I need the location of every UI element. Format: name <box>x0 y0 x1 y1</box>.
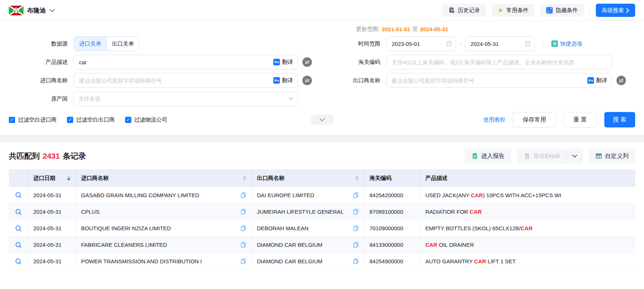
results-table: 进口日期进口商名称出口商名称海关编码产品描述 2024-05-31 GASABO… <box>9 169 635 270</box>
row-exporter-name: JUMEIRAH LIFESTYLE GENERAL <box>257 209 344 215</box>
row-importer-name: CPLUS <box>81 209 100 215</box>
sort-carets-icon[interactable] <box>355 176 359 181</box>
filter-checkbox[interactable]: ✓ 过滤空白出口商 <box>67 116 115 123</box>
exporter-label: 出口商名称 <box>332 77 386 84</box>
copy-icon[interactable] <box>240 242 246 248</box>
table-header-row: 进口日期进口商名称出口商名称海关编码产品描述 <box>9 169 635 187</box>
form-footer: ✓ 过滤空白进口商 ✓ 过滤空白出口商 ✓ 过滤物流公司 使用教程 保存常用 重… <box>0 110 644 135</box>
row-hs-code: 70109000000 <box>364 220 420 236</box>
copy-icon[interactable] <box>353 209 359 215</box>
filter-checkbox[interactable]: ✓ 过滤空白进口商 <box>9 116 57 123</box>
column-label: 产品描述 <box>426 175 448 182</box>
filter-checkbox[interactable]: ✓ 过滤物流公司 <box>125 116 167 123</box>
sort-carets-icon[interactable] <box>67 176 71 181</box>
row-hs-code: 84254200000 <box>364 187 420 203</box>
table-row: 2024-05-31 CPLUS JUMEIRAH LIFESTYLE GENE… <box>9 203 635 220</box>
tutorial-link[interactable]: 使用教程 <box>483 116 505 123</box>
report-icon <box>472 153 478 159</box>
column-header-search <box>9 169 28 187</box>
end-date-field[interactable] <box>465 36 535 51</box>
origin-country-select[interactable]: 支持多选 <box>74 91 298 106</box>
importer-input[interactable] <box>78 77 273 84</box>
translate-icon: 中A <box>273 77 280 84</box>
row-product-desc: USED JACK(ANY CAR) 10PCS WITH ACC+15PCS … <box>420 187 635 203</box>
match-count: 2431 <box>43 152 60 160</box>
collapse-form-button[interactable] <box>311 115 334 125</box>
quick-options-link[interactable]: ⌘ 快捷选项 <box>551 40 582 47</box>
data-source-tab[interactable]: 出口关单 <box>106 37 139 51</box>
swap-language-button[interactable]: ⇄ <box>302 57 312 67</box>
chevron-down-icon <box>289 97 293 100</box>
update-range-to-word: 至 <box>412 26 418 33</box>
vertical-divider <box>590 6 590 15</box>
favorites-button[interactable]: ★ 常用条件 <box>492 4 534 17</box>
start-date-field[interactable] <box>386 36 456 51</box>
sort-carets-icon[interactable] <box>243 176 246 181</box>
row-detail-search-icon[interactable] <box>15 191 22 199</box>
reset-button[interactable]: 重 置 <box>563 112 597 127</box>
custom-columns-button[interactable]: 自定义列 <box>589 149 635 163</box>
hide-filters-label: 隐藏条件 <box>556 7 578 14</box>
row-detail-search-icon[interactable] <box>15 258 22 265</box>
search-button[interactable]: 搜 索 <box>604 112 635 127</box>
exporter-input[interactable] <box>391 77 587 84</box>
export-excel-label: 导出Excel <box>533 152 559 160</box>
copy-icon[interactable] <box>240 225 246 231</box>
custom-columns-label: 自定义列 <box>605 152 629 160</box>
copy-icon[interactable] <box>353 242 359 248</box>
export-options-button[interactable] <box>566 149 583 163</box>
copy-icon[interactable] <box>353 192 359 198</box>
importer-label: 进口商名称 <box>9 77 74 84</box>
copy-icon[interactable] <box>240 209 246 215</box>
table-row: 2024-05-31 POWER TRANSMISSION AND DISTRI… <box>9 253 635 270</box>
burundi-flag-icon <box>9 6 24 15</box>
copy-icon[interactable] <box>240 192 246 198</box>
column-header-exporter[interactable]: 出口商名称 <box>252 169 364 187</box>
row-importer-name: POWER TRANSMISSION AND DISTRIBUTION I <box>81 258 202 264</box>
data-source-tab[interactable]: 进口关单 <box>74 37 106 51</box>
row-exporter-name: DIAMOND CAR BELGIUM <box>257 258 323 264</box>
row-import-date: 2024-05-31 <box>28 253 76 270</box>
history-button[interactable]: 历史记录 <box>442 4 486 17</box>
translate-button[interactable]: 中A 翻译 <box>587 77 607 84</box>
row-importer-name: BOUTIQUE INGERI NZIZA LIMITED <box>81 225 171 231</box>
column-header-date[interactable]: 进口日期 <box>28 169 76 187</box>
row-exporter-name: DAI EUROPE LIMITED <box>257 192 314 198</box>
chevron-down-icon <box>50 9 55 12</box>
enter-report-button[interactable]: 进入报告 <box>465 149 511 163</box>
export-excel-button[interactable]: 导出Excel <box>517 149 566 163</box>
row-detail-search-icon[interactable] <box>15 208 22 216</box>
hide-filters-button[interactable]: ↗↙ 隐藏条件 <box>540 4 584 17</box>
column-header-desc: 产品描述 <box>420 169 635 187</box>
start-date-input[interactable] <box>391 40 446 47</box>
hs-code-input[interactable] <box>391 59 607 66</box>
checkbox-checked-icon: ✓ <box>125 117 131 123</box>
row-detail-search-icon[interactable] <box>15 225 22 232</box>
copy-icon[interactable] <box>353 258 359 264</box>
end-date-input[interactable] <box>470 40 525 47</box>
translate-icon: 中A <box>273 59 280 65</box>
column-header-importer[interactable]: 进口商名称 <box>76 169 252 187</box>
row-detail-search-icon[interactable] <box>15 241 22 249</box>
swap-language-button[interactable]: ⇄ <box>302 76 312 85</box>
translate-button[interactable]: 中A 翻译 <box>273 77 293 84</box>
save-common-button[interactable]: 保存常用 <box>513 112 556 127</box>
column-label: 出口商名称 <box>257 175 285 182</box>
collapse-arrows-icon: ↗↙ <box>546 7 553 14</box>
swap-language-button[interactable]: ⇄ <box>616 76 626 85</box>
history-icon <box>448 7 455 14</box>
data-source-tabs: 进口关单 出口关单 <box>74 36 139 51</box>
product-desc-input[interactable] <box>78 59 273 66</box>
checkbox-label: 过滤空白进口商 <box>18 116 57 123</box>
copy-icon[interactable] <box>353 225 359 231</box>
results-section: 共匹配到 2431 条记录 进入报告 <box>0 149 644 270</box>
translate-button[interactable]: 中A 翻译 <box>273 59 293 66</box>
country-selector[interactable]: 布隆迪 <box>9 6 55 15</box>
favorites-label: 常用条件 <box>506 7 529 14</box>
copy-icon[interactable] <box>240 258 246 264</box>
advanced-search-button[interactable]: 高级搜索 <box>596 4 635 17</box>
update-range-start: 2021-01-01 <box>382 26 410 32</box>
history-label: 历史记录 <box>458 7 480 14</box>
row-import-date: 2024-05-31 <box>28 236 76 253</box>
translate-label: 翻译 <box>282 77 293 84</box>
